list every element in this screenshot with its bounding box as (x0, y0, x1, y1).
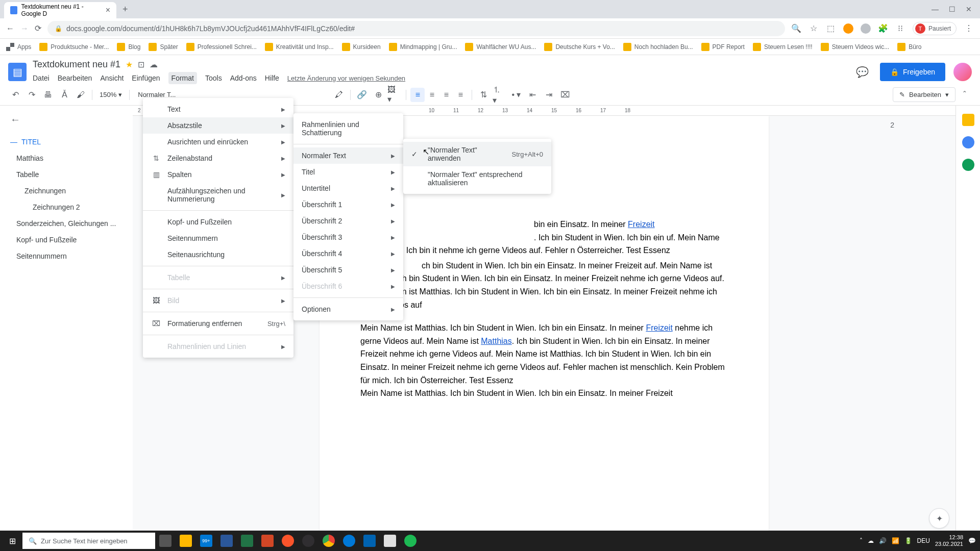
menu-untertitel[interactable]: Untertitel▶ (293, 180, 403, 196)
zoom-icon[interactable]: 🔍 (791, 23, 801, 34)
tray-chevron-icon[interactable]: ˄ (860, 537, 863, 544)
link-freizeit[interactable]: Freizeit (646, 323, 672, 332)
app-badge-icon[interactable]: 99+ (196, 531, 216, 551)
menu-ueberschrift-2[interactable]: Überschrift 2▶ (293, 213, 403, 229)
menu-kopf-fuss[interactable]: Kopf- und Fußzeilen (143, 214, 293, 230)
windows-search[interactable]: 🔍 Zur Suche Text hier eingeben (22, 533, 155, 549)
docs-logo-icon[interactable]: ▤ (8, 63, 27, 81)
menu-aufzaehlung[interactable]: Aufzählungszeichen und Nummerierung▶ (143, 183, 293, 207)
bookmark-item[interactable]: Büro (897, 43, 921, 51)
menu-addons[interactable]: Add-ons (230, 72, 257, 84)
menu-normaler-text[interactable]: Normaler Text▶ (293, 147, 403, 164)
menu-icon[interactable]: ⋮ (964, 23, 974, 34)
reload-icon[interactable]: ⟳ (35, 23, 41, 33)
chrome-icon[interactable] (318, 531, 339, 551)
bookmark-item[interactable]: Professionell Schrei... (186, 43, 257, 51)
tray-volume-icon[interactable]: 🔊 (879, 537, 887, 544)
comment-add-icon[interactable]: ⊕ (371, 88, 385, 102)
menu-ueberschrift-4[interactable]: Überschrift 4▶ (293, 245, 403, 262)
indent-decrease-icon[interactable]: ⇤ (525, 88, 540, 102)
obs-icon[interactable] (298, 531, 318, 551)
close-tab-icon[interactable]: × (106, 6, 110, 15)
menu-update-normal-text[interactable]: "Normaler Text" entsprechend aktualisier… (403, 166, 551, 191)
numbered-list-icon[interactable]: ⒈ ▾ (493, 88, 507, 102)
menu-formatierung-entfernen[interactable]: ⌧Formatierung entfernenStrg+\ (143, 315, 293, 332)
edit-mode-dropdown[interactable]: ✎ Bearbeiten ▾ (893, 87, 955, 102)
extension-circle-icon[interactable] (861, 23, 871, 34)
link-matthias[interactable]: Matthias (481, 337, 511, 345)
align-left-icon[interactable]: ≡ (410, 88, 425, 102)
outline-item[interactable]: Tabelle (10, 166, 122, 183)
menu-ueberschrift-5[interactable]: Überschrift 5▶ (293, 262, 403, 278)
menu-rahmenlinien[interactable]: Rahmenlinien und Linien▶ (143, 338, 293, 355)
menu-tabelle[interactable]: Tabelle▶ (143, 269, 293, 286)
forward-icon[interactable]: → (20, 24, 29, 33)
align-right-icon[interactable]: ≡ (439, 88, 453, 102)
menu-einfuegen[interactable]: Einfügen (132, 72, 160, 84)
new-tab-button[interactable]: + (122, 4, 128, 15)
file-explorer-icon[interactable] (176, 531, 196, 551)
highlight-icon[interactable]: 🖍 (332, 88, 346, 102)
outline-back-icon[interactable]: ← (10, 114, 122, 126)
tray-battery-icon[interactable]: 🔋 (904, 537, 912, 544)
menu-absatzstile[interactable]: Absatzstile▶ (143, 117, 293, 134)
menu-tools[interactable]: Tools (205, 72, 222, 84)
keep-icon[interactable] (962, 114, 974, 126)
extension-badge-icon[interactable] (843, 23, 853, 34)
bookmark-item[interactable]: Kreativität und Insp... (265, 43, 334, 51)
outline-item[interactable]: Kopf- und Fußzeile (10, 232, 122, 248)
undo-icon[interactable]: ↶ (8, 88, 22, 102)
align-justify-icon[interactable]: ≡ (453, 88, 468, 102)
bookmark-item[interactable]: Blog (117, 43, 140, 51)
menu-rahmen-schattierung[interactable]: Rahmenlinien und Schattierung (293, 116, 403, 141)
app-icon[interactable] (380, 531, 400, 551)
move-icon[interactable]: ⊡ (138, 60, 144, 69)
menu-apply-normal-text[interactable]: ✓ "Normaler Text" anwenden Strg+Alt+0 (403, 142, 551, 166)
share-button[interactable]: 🔒 Freigeben (880, 63, 945, 81)
star-icon[interactable]: ★ (126, 60, 133, 69)
menu-optionen[interactable]: Optionen▶ (293, 301, 403, 317)
menu-zeilenabstand[interactable]: ⇅Zeilenabstand▶ (143, 150, 293, 166)
style-dropdown[interactable]: Normaler T... (134, 91, 180, 98)
outline-item[interactable]: Seitennummern (10, 248, 122, 264)
bookmark-item[interactable]: Deutsche Kurs + Vo... (544, 43, 615, 51)
star-bookmark-icon[interactable]: ☆ (808, 23, 819, 34)
outline-item[interactable]: Zeichnungen (10, 183, 122, 199)
tray-wifi-icon[interactable]: 📶 (892, 537, 899, 544)
menu-seitennummern[interactable]: Seitennummern (143, 230, 293, 246)
link-freizeit[interactable]: Freizeit (628, 220, 654, 229)
menu-ueberschrift-6[interactable]: Überschrift 6▶ (293, 278, 403, 294)
menu-hilfe[interactable]: Hilfe (265, 72, 279, 84)
indent-increase-icon[interactable]: ⇥ (542, 88, 556, 102)
bookmark-item[interactable]: Wahlfächer WU Aus... (465, 43, 536, 51)
tray-clock[interactable]: 12:38 23.02.2021 (935, 534, 963, 547)
menu-datei[interactable]: Datei (33, 72, 50, 84)
redo-icon[interactable]: ↷ (24, 88, 39, 102)
menu-ueberschrift-3[interactable]: Überschrift 3▶ (293, 229, 403, 245)
last-change-link[interactable]: Letzte Änderung vor wenigen Sekunden (287, 74, 405, 82)
image-icon[interactable]: 🖼 ▾ (387, 88, 402, 102)
tasks-icon[interactable] (962, 136, 974, 148)
spellcheck-icon[interactable]: Ǎ (57, 88, 71, 102)
word-icon[interactable] (216, 531, 237, 551)
menu-format[interactable]: Format (168, 72, 197, 84)
bookmark-item[interactable]: Später (149, 43, 178, 51)
brave-icon[interactable] (278, 531, 298, 551)
zoom-dropdown[interactable]: 150% ▾ (96, 91, 125, 98)
bookmark-item[interactable]: Produktsuche - Mer... (39, 43, 109, 51)
link-icon[interactable]: 🔗 (355, 88, 369, 102)
tray-notifications-icon[interactable]: 💬 (968, 537, 976, 544)
bulleted-list-icon[interactable]: • ▾ (509, 88, 523, 102)
menu-ueberschrift-1[interactable]: Überschrift 1▶ (293, 196, 403, 213)
bookmark-item[interactable]: PDF Report (701, 43, 745, 51)
tray-cloud-icon[interactable]: ☁ (868, 537, 874, 544)
align-center-icon[interactable]: ≡ (425, 88, 439, 102)
close-window-icon[interactable]: ✕ (966, 5, 972, 13)
browser-tab[interactable]: Textdokument neu #1 - Google D × (4, 2, 116, 18)
extension-icon[interactable]: ⬚ (826, 23, 836, 34)
bookmark-item[interactable]: Mindmapping | Gru... (389, 43, 457, 51)
explore-button[interactable]: ✦ (929, 508, 949, 529)
document-title[interactable]: Textdokument neu #1 (33, 59, 120, 70)
menu-titel[interactable]: Titel▶ (293, 164, 403, 180)
windows-start-icon[interactable]: ⊞ (2, 531, 22, 551)
